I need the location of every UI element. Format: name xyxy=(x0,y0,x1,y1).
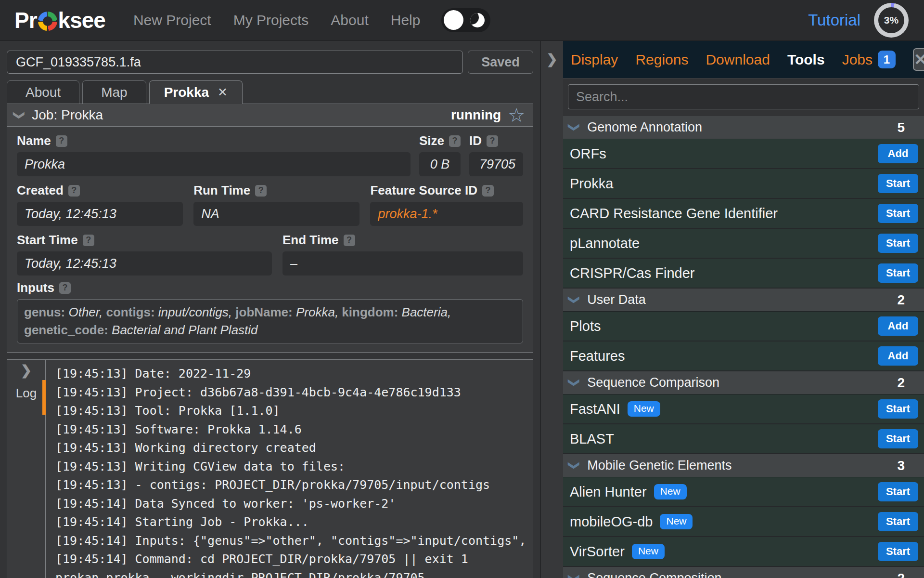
tool-item: FastANINew Start xyxy=(563,394,924,424)
tool-action-button[interactable]: Start xyxy=(878,399,918,419)
tool-name: Alien Hunter xyxy=(570,484,647,500)
tools-panel: DisplayRegionsDownloadToolsJobs1 ✕ ❯ Gen… xyxy=(563,41,924,578)
input-value: Bacterial and Plant Plastid xyxy=(112,323,258,337)
log-line: [19:45:13] Date: 2022-11-29 xyxy=(55,365,533,383)
job-id-value: 79705 xyxy=(469,152,523,176)
input-key: contigs: xyxy=(106,305,158,319)
input-value: Prokka, xyxy=(296,305,342,319)
tool-action-button[interactable]: Start xyxy=(878,542,918,561)
new-badge: New xyxy=(654,484,687,499)
nav-link[interactable]: About xyxy=(331,12,368,28)
tab-close-icon[interactable]: ✕ xyxy=(218,85,228,99)
tutorial-link[interactable]: Tutorial xyxy=(808,11,860,29)
project-name-input[interactable] xyxy=(7,51,463,74)
log-line: [19:45:14] Inputs: {"genus"=>"other", "c… xyxy=(55,532,533,551)
size-label: Size xyxy=(419,133,444,148)
log-tab[interactable]: Log xyxy=(16,386,37,401)
collapse-chevron-right-icon: ❯ xyxy=(546,53,557,66)
left-panel: Saved AboutMapProkka✕ ❯ Job: Prokka runn… xyxy=(0,41,540,578)
document-tabs: AboutMapProkka✕ xyxy=(7,80,533,104)
feature-source-id-label: Feature Source ID xyxy=(370,183,477,198)
log-line: [19:45:13] Tool: Prokka [1.1.0] xyxy=(55,402,533,420)
help-icon[interactable]: ? xyxy=(482,185,494,197)
tool-name: FastANI xyxy=(570,401,620,417)
help-icon[interactable]: ? xyxy=(68,185,80,197)
help-icon[interactable]: ? xyxy=(83,235,94,246)
tool-section-header[interactable]: ❯ User Data 2 xyxy=(563,289,924,312)
log-line: [19:45:14] Command: cd PROJECT_DIR/prokk… xyxy=(55,550,533,569)
tool-action-button[interactable]: Start xyxy=(878,174,918,193)
tool-action-button[interactable]: Add xyxy=(878,144,918,163)
job-card: ❯ Job: Prokka running ☆ Name? Prokka Siz… xyxy=(7,104,533,353)
document-tab[interactable]: About xyxy=(7,80,79,104)
tool-action-button[interactable]: Start xyxy=(878,234,918,253)
tool-item: BLAST Start xyxy=(563,424,924,454)
tool-action-button[interactable]: Start xyxy=(878,482,918,501)
chevron-down-icon: ❯ xyxy=(569,461,580,470)
light-mode-icon xyxy=(444,10,463,30)
log-line: [19:45:13] - contigs: PROJECT_DIR/prokka… xyxy=(55,476,533,495)
nav-link[interactable]: Help xyxy=(391,12,421,28)
tools-panel-tab[interactable]: Tools xyxy=(787,52,825,68)
tool-name: BLAST xyxy=(570,431,614,447)
document-tab[interactable]: Prokka✕ xyxy=(149,80,243,104)
tool-item: CRISPR/Cas Finder Start xyxy=(563,259,924,289)
section-count-badge: 2 xyxy=(897,292,905,308)
tools-panel-tabs: DisplayRegionsDownloadToolsJobs1 ✕ xyxy=(563,41,924,79)
nav-link[interactable]: New Project xyxy=(133,12,211,28)
help-icon[interactable]: ? xyxy=(449,135,461,147)
document-tab[interactable]: Map xyxy=(82,80,146,104)
help-icon[interactable]: ? xyxy=(487,135,498,147)
tool-section-header[interactable]: ❯ Sequence Composition 2 xyxy=(563,567,924,578)
input-key: genetic_code: xyxy=(24,323,112,337)
tool-action-button[interactable]: Start xyxy=(878,429,918,448)
tool-section-header[interactable]: ❯ Sequence Comparison 2 xyxy=(563,371,924,394)
tools-panel-tab[interactable]: Download xyxy=(706,52,770,68)
log-line: [19:45:13] Software: Prokka 1.14.6 xyxy=(55,420,533,439)
tool-name: Plots xyxy=(570,318,601,334)
name-label: Name xyxy=(17,133,51,148)
tool-item: mobileOG-dbNew Start xyxy=(563,507,924,537)
start-time-label: Start Time xyxy=(17,233,78,248)
job-run-time-value: NA xyxy=(193,202,359,226)
proksee-logo[interactable]: Pr ksee xyxy=(14,7,105,33)
logo-text-pre: Pr xyxy=(14,7,37,33)
tool-section-header[interactable]: ❯ Genome Annotation 5 xyxy=(563,116,924,139)
panel-collapse-strip[interactable]: ❯ xyxy=(540,41,563,578)
tools-panel-tab[interactable]: Regions xyxy=(635,52,688,68)
new-badge: New xyxy=(628,401,660,417)
log-active-indicator xyxy=(42,380,46,415)
tools-search-row xyxy=(563,79,924,116)
favorite-star-icon[interactable]: ☆ xyxy=(508,105,525,125)
tool-action-button[interactable]: Start xyxy=(878,204,918,223)
theme-toggle[interactable] xyxy=(441,8,490,32)
tool-action-button[interactable]: Start xyxy=(878,512,918,531)
tools-panel-tab[interactable]: Jobs1 xyxy=(842,51,896,68)
tools-panel-tab[interactable]: Display xyxy=(571,52,618,68)
help-icon[interactable]: ? xyxy=(344,235,355,246)
nav-link[interactable]: My Projects xyxy=(233,12,309,28)
job-end-time-value: – xyxy=(282,251,523,276)
tool-action-button[interactable]: Start xyxy=(878,263,918,283)
tool-item: pLannotate Start xyxy=(563,229,924,259)
log-collapse-chevron-icon[interactable]: ❯ xyxy=(21,364,32,377)
log-card: ❯ Log [19:45:13] Date: 2022-11-29[19:45:… xyxy=(7,359,533,578)
tools-search-input[interactable] xyxy=(568,84,919,109)
job-start-time-value: Today, 12:45:13 xyxy=(17,251,272,276)
log-content[interactable]: [19:45:13] Date: 2022-11-29[19:45:13] Pr… xyxy=(46,360,533,578)
help-icon[interactable]: ? xyxy=(56,135,67,147)
section-title: Mobile Genetic Elements xyxy=(587,458,732,473)
tool-action-button[interactable]: Add xyxy=(878,316,918,336)
tool-action-button[interactable]: Add xyxy=(878,346,918,366)
nav-links: New ProjectMy ProjectsAboutHelp xyxy=(133,12,421,28)
tool-section-header[interactable]: ❯ Mobile Genetic Elements 3 xyxy=(563,454,924,477)
job-card-header[interactable]: ❯ Job: Prokka running ☆ xyxy=(7,104,533,127)
help-icon[interactable]: ? xyxy=(255,185,267,197)
tool-name: CRISPR/Cas Finder xyxy=(570,265,694,281)
collapse-chevron-down-icon[interactable]: ❯ xyxy=(14,110,25,119)
tool-item: VirSorterNew Start xyxy=(563,537,924,567)
save-status-button[interactable]: Saved xyxy=(468,51,533,74)
tool-item: Prokka Start xyxy=(563,169,924,199)
help-icon[interactable]: ? xyxy=(59,282,71,294)
close-panel-button[interactable]: ✕ xyxy=(913,48,924,71)
